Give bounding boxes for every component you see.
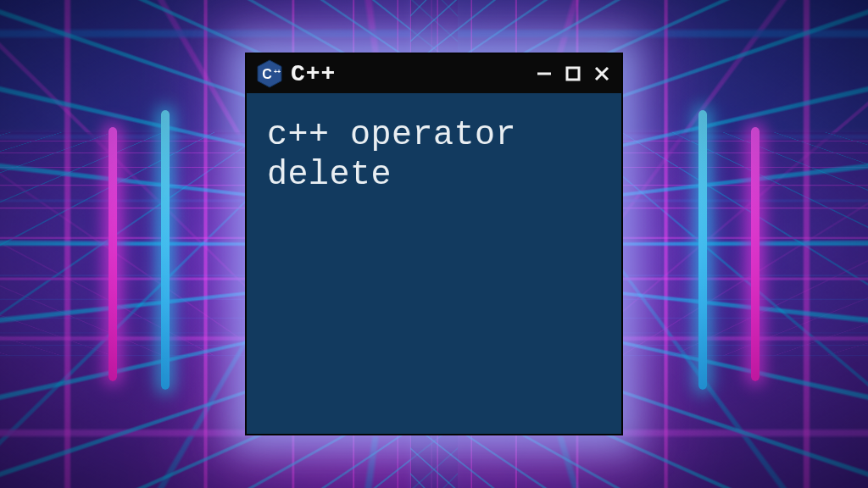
terminal-body: c++ operator delete xyxy=(247,93,621,434)
terminal-window: C + + C++ c++ xyxy=(245,53,623,435)
close-button[interactable] xyxy=(591,63,613,85)
svg-text:+: + xyxy=(277,69,281,75)
window-controls xyxy=(533,63,613,85)
window-title: C++ xyxy=(291,61,336,87)
svg-rect-5 xyxy=(567,68,579,80)
neon-pillar xyxy=(751,127,760,381)
terminal-content: c++ operator delete xyxy=(267,115,601,195)
maximize-button[interactable] xyxy=(562,63,584,85)
close-icon xyxy=(593,64,611,83)
terminal-line-2: delete xyxy=(267,156,392,194)
minimize-button[interactable] xyxy=(533,63,555,85)
neon-pillar xyxy=(108,127,117,381)
minimize-icon xyxy=(535,64,554,83)
terminal-line-1: c++ operator xyxy=(267,116,516,154)
neon-pillar xyxy=(161,110,170,390)
titlebar[interactable]: C + + C++ xyxy=(247,54,621,93)
cpp-logo-icon: C + + xyxy=(257,59,282,88)
svg-text:C: C xyxy=(262,67,272,81)
neon-pillar xyxy=(698,110,707,390)
maximize-icon xyxy=(564,64,582,83)
